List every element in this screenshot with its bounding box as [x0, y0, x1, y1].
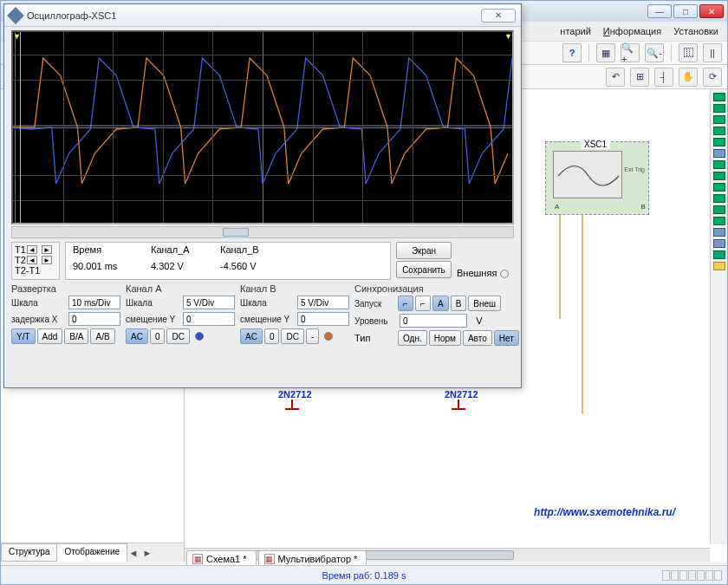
mode-ab-button[interactable]: A/B: [90, 328, 114, 344]
sync-none-button[interactable]: Нет: [494, 330, 519, 346]
tab-scroll-left[interactable]: ◄: [127, 543, 140, 562]
oscilloscope-component[interactable]: XSC1 Ext Trig A B: [545, 141, 649, 215]
cha-dc-button[interactable]: DC: [166, 328, 189, 344]
controls-row: Развертка Шкала задержка X Y/T Add B/A A…: [11, 283, 514, 346]
transistor-label: 2N2712: [445, 389, 478, 400]
cursor-nav: T1◄► T2◄► T2-T1: [11, 242, 60, 280]
sweep-delay-input[interactable]: [68, 312, 120, 326]
edge-fall-button[interactable]: ⌐: [415, 296, 431, 311]
dialog-close-button[interactable]: ✕: [481, 9, 516, 23]
chb-0-button[interactable]: 0: [264, 328, 280, 344]
sync-norm-button[interactable]: Норм: [429, 330, 461, 346]
palette-item[interactable]: [713, 115, 725, 124]
sync-group: Синхронизация Запуск ⌐ ⌐ A B Внеш Уровен…: [354, 283, 519, 346]
maximize-button[interactable]: □: [673, 4, 698, 18]
cursor-values: ВремяКанал_AКанал_B 90.001 ms4.302 V-4.5…: [65, 242, 391, 280]
sync-ext-button[interactable]: Внеш: [468, 296, 501, 311]
view-button[interactable]: ▦: [596, 43, 615, 62]
palette-item[interactable]: [713, 217, 725, 225]
channel-a-group: Канал A Шкала смещение Y AC 0 DC: [126, 283, 235, 346]
palette-item[interactable]: [713, 172, 725, 180]
t1-right[interactable]: ►: [42, 245, 52, 254]
t1-left[interactable]: ◄: [27, 245, 37, 254]
oscilloscope-dialog: Осциллограф-XSC1 ✕ ▼ ▼: [3, 3, 522, 388]
scope-h-scroll[interactable]: [11, 226, 514, 238]
tool-button[interactable]: ⊞: [630, 68, 649, 87]
left-tab-structure[interactable]: Структура: [1, 543, 57, 562]
palette-item[interactable]: [713, 228, 725, 237]
close-button[interactable]: ✕: [699, 4, 724, 18]
tool-button[interactable]: ✋: [679, 68, 698, 87]
left-tab-display[interactable]: Отображение: [56, 543, 127, 562]
status-bar: Время раб: 0.189 s: [1, 565, 727, 584]
palette-item[interactable]: [713, 194, 725, 203]
tab-scroll-right[interactable]: ►: [140, 543, 154, 562]
mode-ba-button[interactable]: B/A: [64, 328, 88, 344]
tool-button[interactable]: ⿲: [679, 43, 698, 62]
mode-add-button[interactable]: Add: [37, 328, 63, 344]
menu-item-settings[interactable]: Установки: [673, 26, 718, 36]
cursor-t1[interactable]: [15, 32, 16, 223]
dialog-titlebar[interactable]: Осциллограф-XSC1 ✕: [4, 4, 521, 27]
external-radio[interactable]: [500, 270, 509, 278]
menu-item[interactable]: нтарий: [560, 26, 591, 36]
chb-scale-input[interactable]: [297, 296, 349, 309]
tool-button[interactable]: ||: [703, 43, 722, 62]
sync-auto-button[interactable]: Авто: [463, 330, 492, 346]
palette-item[interactable]: [713, 262, 725, 270]
sweep-group: Развертка Шкала задержка X Y/T Add B/A A…: [11, 283, 120, 346]
palette-item[interactable]: [713, 149, 725, 158]
chb-dc-button[interactable]: DC: [281, 328, 303, 344]
edge-rise-button[interactable]: ⌐: [398, 296, 413, 311]
chb-offset-input[interactable]: [297, 312, 349, 326]
app-icon: [7, 7, 24, 24]
palette-item[interactable]: [713, 138, 725, 146]
zoom-in-button[interactable]: 🔍+: [621, 43, 640, 62]
palette-item[interactable]: [713, 104, 725, 113]
cha-0-button[interactable]: 0: [150, 328, 166, 344]
palette-item[interactable]: [713, 183, 725, 192]
component-label: XSC1: [581, 140, 610, 149]
t2-left[interactable]: ◄: [27, 256, 37, 264]
tool-button[interactable]: ↶: [606, 68, 625, 87]
palette-item[interactable]: [713, 239, 725, 248]
sync-once-button[interactable]: Одн.: [398, 330, 427, 346]
sync-level-input[interactable]: [400, 314, 467, 328]
chb-invert-button[interactable]: -: [306, 328, 319, 344]
screen-button[interactable]: Экран: [396, 242, 452, 259]
sync-a-button[interactable]: A: [432, 296, 449, 311]
ground-symbol: [450, 406, 467, 419]
scope-icon: [553, 151, 622, 198]
tool-button[interactable]: ┤: [654, 68, 673, 87]
palette-item[interactable]: [713, 127, 725, 135]
mode-yt-button[interactable]: Y/T: [11, 328, 36, 344]
zoom-out-button[interactable]: 🔍-: [645, 43, 664, 62]
status-indicators: [662, 570, 722, 581]
cha-offset-input[interactable]: [183, 312, 235, 326]
cha-ac-button[interactable]: AC: [126, 328, 148, 344]
tool-button[interactable]: ⟳: [703, 68, 722, 87]
sweep-scale-input[interactable]: [68, 296, 120, 309]
sync-b-button[interactable]: B: [451, 296, 467, 311]
component-palette: [710, 89, 727, 544]
cursor-t2[interactable]: [20, 32, 21, 223]
palette-item[interactable]: [713, 93, 725, 101]
cha-scale-input[interactable]: [183, 296, 235, 309]
schematic-icon: ▦: [264, 554, 275, 564]
channel-b-group: Канал B Шкала смещение Y AC 0 DC -: [240, 283, 349, 346]
port-labels: A B: [555, 203, 665, 211]
runtime-label: Время раб: 0.189 s: [322, 570, 406, 581]
t2-right[interactable]: ►: [42, 256, 52, 264]
ext-trig-label: Ext Trig: [624, 166, 645, 172]
scope-screen[interactable]: ▼ ▼: [11, 30, 514, 224]
help-button[interactable]: ?: [562, 43, 582, 62]
chb-ac-button[interactable]: AC: [240, 328, 263, 344]
palette-item[interactable]: [713, 205, 725, 214]
palette-item[interactable]: [713, 250, 725, 259]
minimize-button[interactable]: —: [647, 4, 672, 18]
ground-symbol: [283, 406, 301, 419]
readout-panel: T1◄► T2◄► T2-T1 ВремяКанал_AКанал_B 90.0…: [11, 242, 514, 280]
palette-item[interactable]: [713, 160, 725, 169]
save-button[interactable]: Сохранить: [396, 261, 452, 278]
menu-item-info[interactable]: Информация: [603, 26, 661, 36]
